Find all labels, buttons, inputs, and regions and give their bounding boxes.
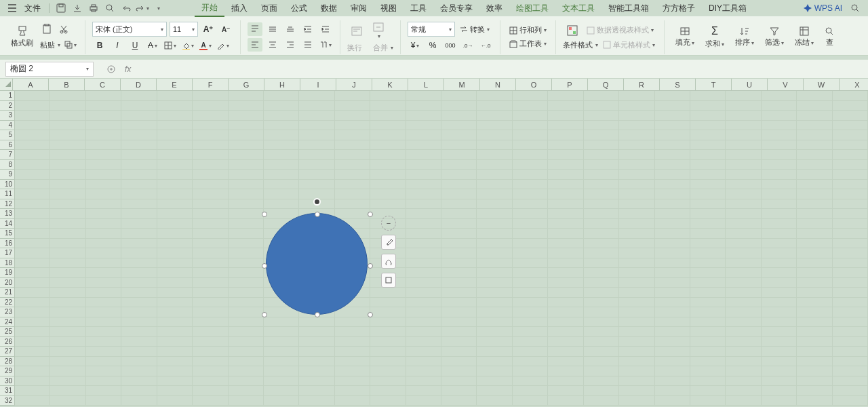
row-header[interactable]: 25 xyxy=(0,327,14,337)
column-header[interactable]: B xyxy=(49,79,85,90)
decrease-font-icon[interactable]: A⁻ xyxy=(218,22,233,36)
rotate-handle[interactable] xyxy=(313,198,321,206)
tab-view[interactable]: 视图 xyxy=(374,1,403,16)
column-header[interactable]: T xyxy=(696,79,732,90)
filter-button[interactable]: 筛选 xyxy=(761,25,788,49)
expand-formula-icon[interactable] xyxy=(104,62,118,76)
ellipse-shape[interactable] xyxy=(266,213,368,315)
row-header[interactable]: 3 xyxy=(0,111,14,121)
decrease-indent-icon[interactable] xyxy=(300,22,315,36)
underline-icon[interactable]: U xyxy=(127,39,142,52)
row-header[interactable]: 19 xyxy=(0,268,14,278)
number-format-select[interactable]: 常规▾ xyxy=(408,22,455,37)
row-header[interactable]: 20 xyxy=(0,278,14,288)
column-header[interactable]: F xyxy=(193,79,229,90)
align-bottom-icon[interactable] xyxy=(283,22,298,36)
strikethrough-icon[interactable]: A xyxy=(145,39,160,52)
row-header[interactable]: 16 xyxy=(0,239,14,249)
column-header[interactable]: N xyxy=(480,79,516,90)
resize-handle-tm[interactable] xyxy=(315,212,320,217)
column-header[interactable]: Q xyxy=(588,79,624,90)
column-header[interactable]: A xyxy=(13,79,49,90)
row-header[interactable]: 5 xyxy=(0,130,14,140)
highlight-icon[interactable] xyxy=(216,39,231,52)
row-header[interactable]: 23 xyxy=(0,307,14,317)
column-header[interactable]: H xyxy=(264,79,300,90)
tab-review[interactable]: 审阅 xyxy=(344,1,374,16)
row-header[interactable]: 9 xyxy=(0,170,14,180)
column-header[interactable]: V xyxy=(768,79,804,90)
pivot-style-button[interactable]: 数据透视表样式▾ xyxy=(585,24,656,36)
increase-decimal-icon[interactable]: .0→ xyxy=(460,39,475,52)
print-icon[interactable] xyxy=(86,1,101,16)
row-header[interactable]: 30 xyxy=(0,376,14,387)
fill-button[interactable]: 填充 xyxy=(671,25,698,49)
currency-icon[interactable]: ¥ xyxy=(408,39,422,52)
thousands-icon[interactable]: 000 xyxy=(443,39,458,52)
column-header[interactable]: K xyxy=(372,79,408,90)
tab-formula[interactable]: 公式 xyxy=(284,1,314,16)
fill-color-icon[interactable] xyxy=(180,39,195,52)
align-left-icon[interactable] xyxy=(248,38,262,52)
font-size-select[interactable]: 11▾ xyxy=(170,22,198,37)
row-header[interactable]: 26 xyxy=(0,337,14,347)
resize-handle-bl[interactable] xyxy=(262,312,267,317)
column-header[interactable]: J xyxy=(336,79,372,90)
align-justify-icon[interactable] xyxy=(300,38,315,52)
copy-icon[interactable] xyxy=(63,38,78,52)
row-header[interactable]: 1 xyxy=(0,91,14,101)
sum-button[interactable]: Σ 求和 xyxy=(701,24,728,50)
freeze-button[interactable]: 冻结 xyxy=(791,25,818,49)
row-header[interactable]: 24 xyxy=(0,317,14,328)
hamburger-icon[interactable] xyxy=(5,4,19,12)
border-icon[interactable] xyxy=(163,39,178,52)
column-header[interactable]: S xyxy=(660,79,696,90)
rows-cols-button[interactable]: 行和列▾ xyxy=(507,24,549,36)
column-header[interactable]: G xyxy=(229,79,264,90)
column-header[interactable]: M xyxy=(444,79,480,90)
resize-handle-bm[interactable] xyxy=(315,312,320,317)
column-header[interactable]: P xyxy=(552,79,588,90)
decrease-decimal-icon[interactable]: ←.0 xyxy=(478,39,493,52)
wps-ai-button[interactable]: WPS AI xyxy=(800,3,846,13)
find-button[interactable]: 查 xyxy=(821,25,838,49)
more-quick-access[interactable]: ▾ xyxy=(151,1,166,16)
column-header[interactable]: I xyxy=(300,79,336,90)
redo-icon[interactable] xyxy=(135,1,150,16)
align-top-icon[interactable] xyxy=(248,22,262,36)
font-family-select[interactable]: 宋体 (正文)▾ xyxy=(92,22,167,37)
tab-diy-toolbox[interactable]: DIY工具箱 xyxy=(702,1,753,16)
row-header[interactable]: 2 xyxy=(0,101,14,111)
italic-icon[interactable]: I xyxy=(110,39,125,52)
column-header[interactable]: U xyxy=(732,79,768,90)
tab-fangfang[interactable]: 方方格子 xyxy=(656,1,702,16)
resize-handle-tr[interactable] xyxy=(368,212,373,217)
column-header[interactable]: C xyxy=(85,79,121,90)
select-all-corner[interactable] xyxy=(0,79,13,90)
tab-smart-toolbox[interactable]: 智能工具箱 xyxy=(601,1,656,16)
bold-icon[interactable]: B xyxy=(92,39,107,52)
export-icon[interactable] xyxy=(70,1,85,16)
print-preview-icon[interactable] xyxy=(102,1,117,16)
resize-handle-ml[interactable] xyxy=(262,263,267,269)
worksheet-button[interactable]: 工作表▾ xyxy=(507,38,549,50)
tab-text-tools[interactable]: 文本工具 xyxy=(555,1,601,16)
row-header[interactable]: 28 xyxy=(0,357,14,367)
row-header[interactable]: 32 xyxy=(0,396,14,406)
column-header[interactable]: R xyxy=(624,79,660,90)
row-header[interactable]: 14 xyxy=(0,219,14,229)
row-header[interactable]: 13 xyxy=(0,209,14,219)
row-header[interactable]: 11 xyxy=(0,189,14,199)
resize-handle-tl[interactable] xyxy=(262,212,267,217)
resize-handle-br[interactable] xyxy=(368,312,373,317)
sort-button[interactable]: 排序 xyxy=(731,25,758,49)
align-center-icon[interactable] xyxy=(265,38,280,52)
save-icon[interactable] xyxy=(54,1,68,16)
column-header[interactable]: O xyxy=(516,79,552,90)
tab-member[interactable]: 会员专享 xyxy=(433,1,479,16)
file-menu[interactable]: 文件 xyxy=(20,3,45,14)
cut-icon[interactable] xyxy=(56,22,71,36)
row-header[interactable]: 7 xyxy=(0,150,14,160)
conditional-format-button[interactable] xyxy=(563,24,582,37)
column-header[interactable]: W xyxy=(804,79,840,90)
